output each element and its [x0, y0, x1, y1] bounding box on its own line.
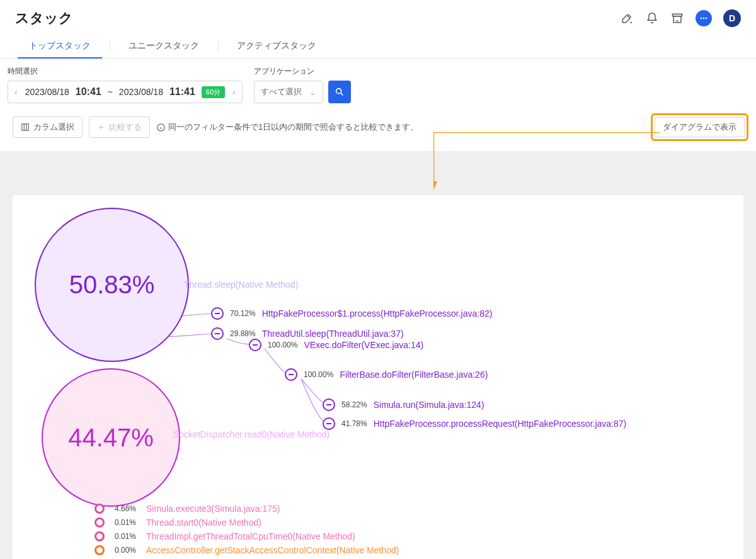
root-node-2-label: SocketDispatcher.read0(Native Method) — [173, 429, 329, 439]
diagram-button-highlight: ダイアグラムで表示 — [651, 113, 748, 141]
root-node-1[interactable]: 50.83% — [35, 208, 189, 362]
time-to-date: 2023/08/18 — [119, 87, 163, 97]
filter-bar: 時間選択 ‹ 2023/08/18 10:41 ~ 2023/08/18 11:… — [0, 59, 756, 107]
svg-rect-7 — [22, 124, 29, 131]
app-label: アプリケーション — [254, 66, 351, 77]
node-dot — [94, 517, 105, 528]
time-from-time: 10:41 — [76, 86, 101, 98]
node-http-process[interactable]: 70.12% HttpFakeProcessor$1.process(HttpF… — [211, 307, 492, 320]
root-node-2[interactable]: 44.47% — [42, 368, 180, 507]
tabs: トップスタック ユニークスタック アクティブスタック — [0, 34, 756, 59]
action-row: カラム選択 ＋ 比較する 同一のフィルター条件で1日以内の期間で照会すると比較で… — [0, 107, 756, 151]
app-select-value: すべて選択 — [261, 86, 302, 98]
time-filter: 時間選択 ‹ 2023/08/18 10:41 ~ 2023/08/18 11:… — [8, 66, 243, 103]
tab-active-stack[interactable]: アクティブスタック — [218, 34, 335, 58]
node-vexec[interactable]: 100.00% VExec.doFilter(VExec.java:14) — [249, 339, 423, 351]
small-node-0[interactable]: 4.66% Simula.execute3(Simula.java:175) — [94, 504, 399, 514]
svg-point-6 — [336, 89, 341, 94]
node-simula-run[interactable]: 58.22% Simula.run(Simula.java:124) — [323, 398, 484, 411]
svg-point-5 — [706, 18, 707, 20]
time-label: 時間選択 — [8, 66, 243, 77]
compare-button[interactable]: ＋ 比較する — [89, 116, 150, 138]
info-icon — [156, 123, 166, 132]
small-nodes: 4.66% Simula.execute3(Simula.java:175) 0… — [94, 504, 399, 555]
tab-unique-stack[interactable]: ユニークスタック — [110, 34, 218, 58]
chevron-left-icon[interactable]: ‹ — [13, 87, 19, 97]
tab-top-stack[interactable]: トップスタック — [10, 34, 110, 58]
diagram-canvas[interactable]: 50.83% Thread.sleep(Native Method) 70.12… — [13, 195, 743, 559]
svg-point-3 — [701, 18, 702, 20]
root-node-1-label: Thread.sleep(Native Method) — [184, 280, 298, 290]
collapse-icon[interactable] — [285, 368, 297, 381]
duration-pill: 60分 — [202, 86, 225, 98]
node-http-processrequest[interactable]: 41.78% HttpFakeProcessor.processRequest(… — [323, 417, 626, 430]
time-from-date: 2023/08/18 — [25, 87, 69, 97]
diagram-area: 50.83% Thread.sleep(Native Method) 70.12… — [0, 151, 756, 559]
small-node-1[interactable]: 0.01% Thread.start0(Native Method) — [94, 517, 399, 528]
app-filter: アプリケーション すべて選択 ⌄ — [254, 66, 351, 103]
chevron-right-icon[interactable]: › — [231, 87, 237, 97]
header-bar: スタック D — [0, 0, 756, 34]
collapse-icon[interactable] — [323, 417, 335, 430]
diagram-view-button[interactable]: ダイアグラムで表示 — [655, 117, 745, 137]
search-button[interactable] — [328, 81, 351, 103]
avatar[interactable]: D — [723, 9, 741, 27]
archive-icon[interactable] — [670, 11, 684, 25]
page-title: スタック — [15, 9, 73, 28]
node-filterbase[interactable]: 100.00% FilterBase.doFilter(FilterBase.j… — [285, 368, 488, 381]
column-select-button[interactable]: カラム選択 — [13, 116, 83, 138]
collapse-icon[interactable] — [211, 307, 224, 320]
time-separator: ~ — [108, 87, 113, 97]
paint-icon[interactable] — [620, 11, 634, 25]
collapse-icon[interactable] — [211, 327, 224, 340]
svg-point-4 — [703, 18, 705, 20]
plus-icon: ＋ — [97, 121, 105, 133]
svg-rect-2 — [673, 16, 681, 23]
time-to-time: 11:41 — [169, 86, 195, 98]
collapse-icon[interactable] — [249, 339, 261, 351]
node-threadutil-sleep[interactable]: 29.88% ThreadUtil.sleep(ThreadUtil.java:… — [211, 327, 404, 340]
compare-hint: 同一のフィルター条件で1日以内の期間で照会すると比較できます。 — [156, 121, 418, 133]
small-node-3[interactable]: 0.00% AccessController.getStackAccessCon… — [94, 545, 399, 555]
chat-icon[interactable] — [696, 10, 712, 26]
node-dot — [94, 531, 105, 541]
app-select[interactable]: すべて選択 ⌄ — [254, 81, 323, 103]
svg-point-0 — [630, 21, 632, 23]
time-range-picker[interactable]: ‹ 2023/08/18 10:41 ~ 2023/08/18 11:41 60… — [8, 81, 243, 103]
header-icons: D — [620, 9, 741, 27]
chevron-down-icon: ⌄ — [309, 88, 316, 97]
node-dot — [94, 545, 105, 555]
node-dot — [94, 504, 105, 514]
small-node-2[interactable]: 0.01% ThreadImpl.getThreadTotalCpuTime0(… — [94, 531, 399, 541]
bell-icon[interactable] — [645, 11, 659, 25]
collapse-icon[interactable] — [323, 398, 335, 411]
